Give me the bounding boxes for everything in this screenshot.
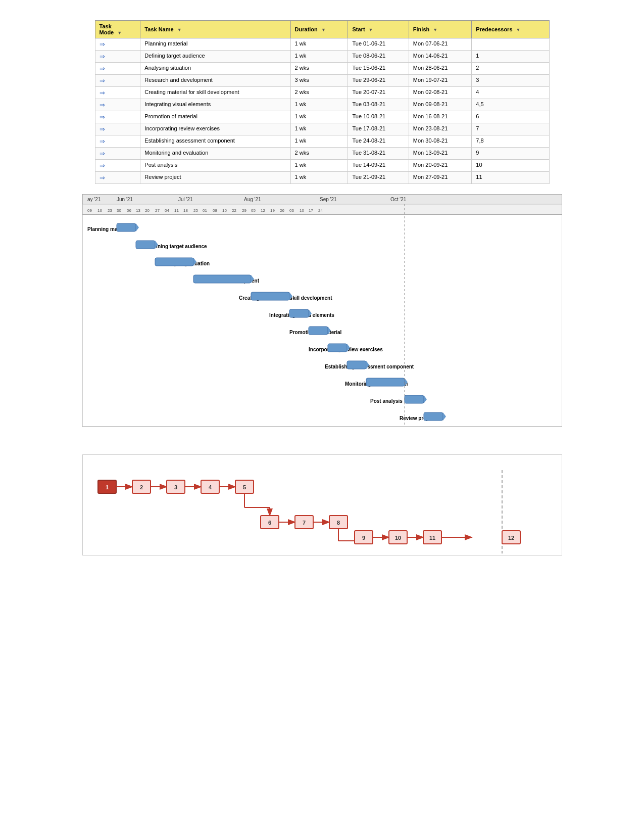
month-label-jun: Jun '21 bbox=[117, 197, 133, 202]
svg-text:19: 19 bbox=[270, 208, 275, 213]
th-start[interactable]: Start ▼ bbox=[348, 21, 409, 38]
gantt-bar-5: Creating material for skill development bbox=[239, 292, 332, 301]
task-name-cell: Establishing assessment component bbox=[140, 135, 290, 148]
th-task-mode[interactable]: TaskMode ▼ bbox=[95, 21, 140, 38]
task-name-cell: Monitoring and evaluation bbox=[140, 148, 290, 160]
svg-text:10: 10 bbox=[300, 208, 304, 213]
svg-marker-34 bbox=[424, 395, 427, 403]
table-row: ⇒Promotion of material1 wkTue 10-08-21Mo… bbox=[95, 111, 549, 123]
table-row: ⇒Research and development3 wksTue 29-06-… bbox=[95, 75, 549, 87]
finish-cell: Mon 27-09-21 bbox=[409, 172, 472, 184]
svg-text:20: 20 bbox=[145, 208, 150, 213]
task-mode-icon: ⇒ bbox=[100, 137, 105, 145]
svg-text:23: 23 bbox=[108, 208, 112, 213]
duration-cell: 1 wk bbox=[290, 123, 348, 135]
node-1-label: 1 bbox=[105, 484, 108, 490]
task-name-cell: Review project bbox=[140, 172, 290, 184]
svg-text:01: 01 bbox=[203, 208, 207, 213]
svg-text:30: 30 bbox=[117, 208, 121, 213]
svg-rect-18 bbox=[289, 309, 309, 317]
svg-marker-37 bbox=[443, 412, 446, 421]
task-mode-icon: ⇒ bbox=[100, 53, 105, 60]
table-row: ⇒Review project1 wkTue 21-09-21Mon 27-09… bbox=[95, 172, 549, 184]
duration-cell: 2 wks bbox=[290, 63, 348, 75]
table-row: ⇒Planning material1 wkTue 01-06-21Mon 07… bbox=[95, 38, 549, 51]
gantt-bar-8: Incorporating review exercises bbox=[309, 344, 383, 352]
svg-text:27: 27 bbox=[155, 208, 160, 213]
task-mode-cell: ⇒ bbox=[95, 111, 140, 123]
task-mode-icon: ⇒ bbox=[100, 150, 105, 157]
svg-text:26: 26 bbox=[280, 208, 284, 213]
svg-rect-24 bbox=[328, 344, 347, 352]
svg-text:Post analysis: Post analysis bbox=[370, 398, 403, 404]
table-row: ⇒Post analysis1 wkTue 14-09-21Mon 20-09-… bbox=[95, 160, 549, 172]
table-row: ⇒Monitoring and evaluation2 wksTue 31-08… bbox=[95, 148, 549, 160]
finish-cell: Mon 23-08-21 bbox=[409, 123, 472, 135]
task-mode-cell: ⇒ bbox=[95, 135, 140, 148]
task-mode-cell: ⇒ bbox=[95, 87, 140, 99]
task-mode-cell: ⇒ bbox=[95, 99, 140, 111]
task-mode-cell: ⇒ bbox=[95, 123, 140, 135]
th-duration[interactable]: Duration ▼ bbox=[290, 21, 348, 38]
svg-text:05: 05 bbox=[251, 208, 256, 213]
th-predecessors[interactable]: Predecessors ▼ bbox=[472, 21, 549, 38]
svg-rect-6 bbox=[136, 241, 155, 249]
start-cell: Tue 29-06-21 bbox=[348, 75, 409, 87]
duration-cell: 2 wks bbox=[290, 148, 348, 160]
month-label-oct: Oct '21 bbox=[390, 197, 407, 202]
month-label-jul: Jul '21 bbox=[178, 197, 193, 202]
task-mode-icon: ⇒ bbox=[100, 89, 105, 97]
svg-rect-27 bbox=[347, 361, 366, 369]
table-row: ⇒Analysing situation2 wksTue 15-06-21Mon… bbox=[95, 63, 549, 75]
predecessors-cell: 7 bbox=[472, 123, 549, 135]
finish-cell: Mon 20-09-21 bbox=[409, 160, 472, 172]
gantt-table-section: TaskMode ▼ Task Name ▼ Duration ▼ Start … bbox=[95, 20, 550, 184]
finish-cell: Mon 16-08-21 bbox=[409, 111, 472, 123]
node-4-label: 4 bbox=[208, 484, 212, 490]
task-name-cell: Incorporating review exercises bbox=[140, 123, 290, 135]
finish-cell: Mon 13-09-21 bbox=[409, 148, 472, 160]
task-mode-icon: ⇒ bbox=[100, 77, 105, 84]
th-task-name[interactable]: Task Name ▼ bbox=[140, 21, 290, 38]
finish-cell: Mon 30-08-21 bbox=[409, 135, 472, 148]
svg-rect-21 bbox=[309, 327, 328, 335]
node-9-label: 9 bbox=[362, 535, 365, 541]
task-mode-cell: ⇒ bbox=[95, 75, 140, 87]
finish-cell: Mon 14-06-21 bbox=[409, 51, 472, 63]
node-5-label: 5 bbox=[242, 484, 245, 490]
svg-text:13: 13 bbox=[136, 208, 140, 213]
svg-text:11: 11 bbox=[174, 208, 179, 213]
svg-text:15: 15 bbox=[222, 208, 227, 213]
month-label-may: ay '21 bbox=[87, 197, 101, 202]
gantt-bar-4: Research and development bbox=[193, 275, 260, 284]
task-name-cell: Integrating visual elements bbox=[140, 99, 290, 111]
th-finish[interactable]: Finish ▼ bbox=[409, 21, 472, 38]
predecessors-cell: 11 bbox=[472, 172, 549, 184]
gantt-bar-6: Integrating visual elements bbox=[269, 309, 334, 318]
table-row: ⇒Creating material for skill development… bbox=[95, 87, 549, 99]
duration-cell: 1 wk bbox=[290, 160, 348, 172]
network-diagram-svg: 1 2 3 4 5 6 7 bbox=[88, 465, 568, 556]
predecessors-cell bbox=[472, 38, 549, 51]
predecessors-cell: 4 bbox=[472, 87, 549, 99]
start-cell: Tue 08-06-21 bbox=[348, 51, 409, 63]
predecessors-cell: 10 bbox=[472, 160, 549, 172]
task-mode-icon: ⇒ bbox=[100, 65, 105, 72]
node-2-label: 2 bbox=[139, 484, 142, 490]
task-mode-icon: ⇒ bbox=[100, 40, 105, 48]
task-mode-cell: ⇒ bbox=[95, 148, 140, 160]
svg-text:29: 29 bbox=[242, 208, 246, 213]
table-row: ⇒Integrating visual elements1 wkTue 03-0… bbox=[95, 99, 549, 111]
predecessors-cell: 7,8 bbox=[472, 135, 549, 148]
duration-cell: 2 wks bbox=[290, 87, 348, 99]
task-mode-icon: ⇒ bbox=[100, 162, 105, 169]
predecessors-cell: 3 bbox=[472, 75, 549, 87]
task-mode-icon: ⇒ bbox=[100, 125, 105, 133]
start-cell: Tue 17-08-21 bbox=[348, 123, 409, 135]
finish-cell: Mon 07-06-21 bbox=[409, 38, 472, 51]
svg-text:03: 03 bbox=[289, 208, 294, 213]
duration-cell: 1 wk bbox=[290, 172, 348, 184]
svg-rect-9 bbox=[155, 258, 193, 266]
finish-cell: Mon 19-07-21 bbox=[409, 75, 472, 87]
gantt-bar-3: Analysing situation bbox=[155, 258, 210, 266]
